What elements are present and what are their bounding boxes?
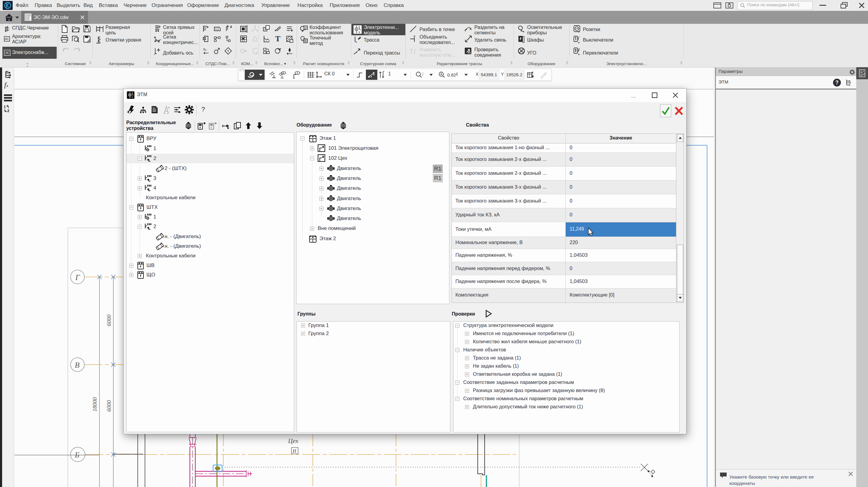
svg-text:1:1: 1:1 (215, 27, 219, 30)
svg-text:?: ? (835, 80, 839, 86)
svg-text:ЭС: ЭС (5, 51, 9, 55)
svg-text:A1: A1 (230, 25, 232, 29)
svg-text:И: И (292, 449, 297, 454)
svg-text:18000: 18000 (92, 397, 98, 412)
svg-text:Г: Г (75, 273, 80, 282)
svg-text:В: В (75, 361, 80, 369)
svg-text:AC: AC (5, 37, 9, 41)
svg-text:‰: ‰ (203, 48, 207, 51)
svg-text:T: T (275, 35, 280, 43)
svg-text:Цех: Цех (288, 437, 299, 445)
svg-text:6000: 6000 (106, 315, 112, 326)
svg-text:6000: 6000 (106, 400, 112, 412)
